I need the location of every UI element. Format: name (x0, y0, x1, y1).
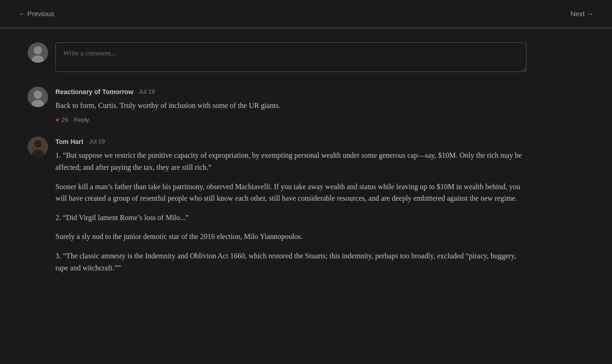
current-user-avatar (28, 42, 48, 63)
avatar (28, 87, 48, 107)
svg-point-7 (34, 140, 42, 148)
svg-point-4 (34, 90, 42, 99)
comment-input[interactable] (55, 42, 527, 72)
previous-link[interactable]: ← Previous (18, 8, 55, 19)
comment-paragraph-1: 1. “But suppose we restrict the punitive… (55, 149, 527, 173)
comment-compose-area (28, 42, 527, 72)
comment-section: Reactionary of Tomorrow Jul 19 Back to f… (28, 87, 527, 274)
like-count: 26 (61, 116, 68, 123)
avatar (28, 137, 48, 157)
comment-date: Jul 19 (139, 87, 155, 97)
commenter-name: Reactionary of Tomorrow (55, 87, 133, 97)
comment-body: Tom Hart Jul 19 1. “But suppose we restr… (55, 137, 527, 274)
svg-point-1 (34, 46, 42, 54)
main-content: Reactionary of Tomorrow Jul 19 Back to f… (0, 29, 554, 292)
comment-header: Reactionary of Tomorrow Jul 19 (55, 87, 527, 97)
top-navigation: ← Previous Next → (0, 0, 612, 28)
reply-button[interactable]: Reply (74, 116, 89, 123)
comment-text: Back to form, Curtis. Truly worthy of in… (55, 100, 527, 112)
comment-header: Tom Hart Jul 19 (55, 137, 527, 147)
comment-paragraph-3: 2. “Did Virgil lament Rome’s loss of Mil… (55, 212, 527, 224)
like-button[interactable]: ♥ 26 (55, 116, 68, 124)
next-link[interactable]: Next → (570, 8, 594, 19)
comment-body: Reactionary of Tomorrow Jul 19 Back to f… (55, 87, 527, 124)
comment-paragraph-4: Surely a sly nod to the junior demotic s… (55, 231, 527, 243)
table-row: Reactionary of Tomorrow Jul 19 Back to f… (28, 87, 527, 124)
comment-date: Jul 19 (89, 137, 105, 147)
heart-icon: ♥ (55, 116, 59, 124)
commenter-name: Tom Hart (55, 137, 83, 147)
comment-actions: ♥ 26 Reply (55, 116, 527, 124)
comment-paragraph-5: 3. “The classic amnesty is the Indemnity… (55, 250, 527, 274)
comment-paragraph-2: Sooner kill a man’s father than take his… (55, 181, 527, 204)
table-row: Tom Hart Jul 19 1. “But suppose we restr… (28, 137, 527, 274)
